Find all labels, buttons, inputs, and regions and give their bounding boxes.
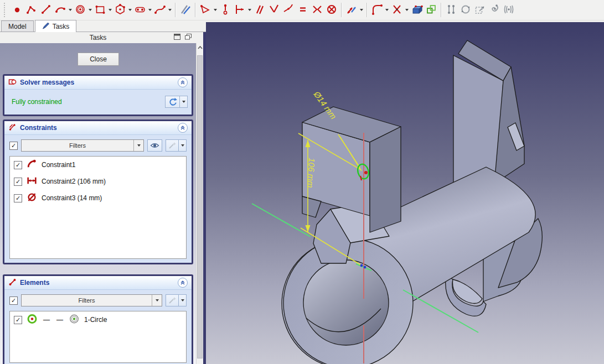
point-on-object-constraint-icon (219, 3, 231, 17)
close-button[interactable]: Close (78, 53, 119, 66)
toolbar-separator (366, 3, 368, 17)
dropdown-arrow-icon[interactable] (359, 2, 364, 18)
trim-extend-tool-button[interactable] (178, 2, 193, 18)
equal-constraint-icon (297, 3, 309, 17)
scroll-up-icon[interactable] (197, 43, 203, 51)
equal-constraint-button[interactable] (296, 2, 310, 18)
fillet-tool-button[interactable] (370, 2, 384, 18)
refresh-dropdown-icon[interactable] (180, 96, 188, 108)
3d-viewport[interactable]: Ø14 mm 106 mm (206, 22, 604, 364)
distance-constraint-tool-button[interactable] (233, 2, 247, 18)
rectangle-tool-button[interactable] (93, 2, 107, 18)
element-label: 1-Circle (84, 316, 107, 324)
dropdown-arrow-icon[interactable] (404, 2, 410, 18)
polygon-tool-icon (114, 3, 126, 17)
symmetry-tool-icon (503, 3, 515, 17)
constraint-label: Constraint1 (42, 161, 75, 169)
dropdown-arrow-icon[interactable] (384, 2, 390, 18)
constraint-checkbox[interactable]: ✓ (14, 194, 22, 202)
distance-constraint-tool-icon (234, 3, 246, 17)
tangent-constraint-button[interactable] (281, 2, 296, 18)
dropdown-arrow-icon[interactable] (247, 2, 252, 18)
tangent-constraint-icon (282, 3, 295, 17)
toolbar-grip[interactable] (4, 3, 8, 17)
constraint-checkbox[interactable]: ✓ (14, 178, 22, 186)
settings-wand-icon[interactable] (166, 294, 179, 306)
arc-tool-button[interactable] (53, 2, 68, 18)
block-constraint-icon (326, 3, 338, 17)
dropdown-arrow-icon[interactable] (127, 2, 133, 18)
parallel-constraint-button[interactable] (252, 2, 267, 18)
distance-dimension-label[interactable]: 106 mm (306, 158, 317, 188)
symmetry-tool-button[interactable] (502, 2, 516, 18)
solver-messages-header[interactable]: Solver messages (4, 76, 192, 90)
constraints-filter-combobox[interactable]: Filters (21, 139, 144, 152)
part-bore (303, 260, 389, 345)
dropdown-arrow-icon[interactable] (107, 2, 113, 18)
settings-wand-icon[interactable] (166, 139, 179, 152)
collapse-section-icon[interactable] (178, 77, 188, 87)
settings-dropdown-icon[interactable] (179, 139, 187, 152)
constraints-header[interactable]: Constraints (4, 121, 192, 135)
settings-dropdown-icon[interactable] (179, 294, 187, 306)
line-tool-button[interactable] (39, 2, 53, 18)
line-tool-icon (40, 3, 52, 17)
carbon-copy-tool-button[interactable] (487, 2, 502, 18)
tab-tasks[interactable]: Tasks (35, 20, 77, 32)
constraint-row[interactable]: ✓ Constraint3 (14 mm) (10, 190, 186, 206)
point-on-object-constraint-button[interactable] (218, 2, 233, 18)
arc-constraint-icon (27, 159, 37, 170)
rescale-tool-button[interactable] (473, 2, 487, 18)
merge-sketches-tool-button[interactable] (424, 2, 438, 18)
dropdown-arrow-icon[interactable] (147, 2, 153, 18)
dock-panel-icon[interactable] (174, 34, 180, 41)
filter-label: Filters (22, 142, 133, 149)
float-panel-icon[interactable] (185, 34, 192, 41)
elements-select-all-checkbox[interactable]: ✓ (9, 297, 18, 305)
constraint-row[interactable]: ✓ Constraint2 (106 mm) (10, 173, 186, 190)
symmetric-constraint-button[interactable] (310, 2, 324, 18)
block-constraint-button[interactable] (324, 2, 339, 18)
point-tool-icon (11, 3, 23, 17)
panel-scrollbar[interactable] (196, 43, 203, 364)
dropdown-arrow-icon[interactable] (213, 2, 218, 18)
elements-title: Elements (20, 279, 49, 287)
elements-header[interactable]: Elements (4, 276, 192, 290)
panel-title: Tasks (90, 34, 107, 41)
tab-tasks-label: Tasks (53, 23, 70, 30)
collapse-section-icon[interactable] (178, 123, 188, 133)
elements-filter-combobox[interactable]: Filters (21, 294, 162, 306)
rectangle-tool-icon (94, 3, 106, 17)
dimension-tool-button[interactable] (344, 2, 359, 18)
convert-geometry-tool-button[interactable] (458, 2, 473, 18)
clone-tool-button[interactable] (444, 2, 458, 18)
constraint-row[interactable]: ✓ Constraint1 (10, 157, 186, 173)
tab-model[interactable]: Model (1, 20, 34, 32)
perpendicular-constraint-button[interactable] (267, 2, 281, 18)
circle-tool-button[interactable] (73, 2, 87, 18)
trim-tool-button[interactable] (390, 2, 404, 18)
constraints-select-all-checkbox[interactable]: ✓ (9, 142, 18, 150)
elements-icon (8, 278, 17, 288)
show-hide-eye-icon[interactable] (147, 139, 162, 152)
constraint-checkbox[interactable]: ✓ (14, 161, 22, 169)
point-tool-button[interactable] (10, 2, 24, 18)
element-checkbox[interactable]: ✓ (14, 316, 22, 324)
collapse-section-icon[interactable] (178, 278, 188, 288)
dimension-angle-tool-button[interactable] (198, 2, 213, 18)
polygon-tool-button[interactable] (113, 2, 127, 18)
dropdown-arrow-icon[interactable] (167, 2, 173, 18)
dimension-tool-icon (345, 3, 358, 17)
trim-tool-icon (391, 3, 403, 17)
constraints-list: ✓ Constraint1 ✓ Constraint2 (106 mm) ✓ C… (9, 156, 187, 259)
dropdown-arrow-icon[interactable] (68, 2, 73, 18)
bspline-tool-button[interactable] (153, 2, 167, 18)
refresh-icon[interactable] (165, 96, 180, 108)
slot-tool-button[interactable] (133, 2, 147, 18)
scrollbar-thumb[interactable] (197, 55, 203, 358)
tab-model-label: Model (8, 23, 27, 30)
dropdown-arrow-icon[interactable] (87, 2, 93, 18)
polyline-tool-button[interactable] (24, 2, 39, 18)
map-sketch-tool-button[interactable] (410, 2, 424, 18)
element-row[interactable]: ✓ — — 1-Circle (10, 311, 186, 328)
